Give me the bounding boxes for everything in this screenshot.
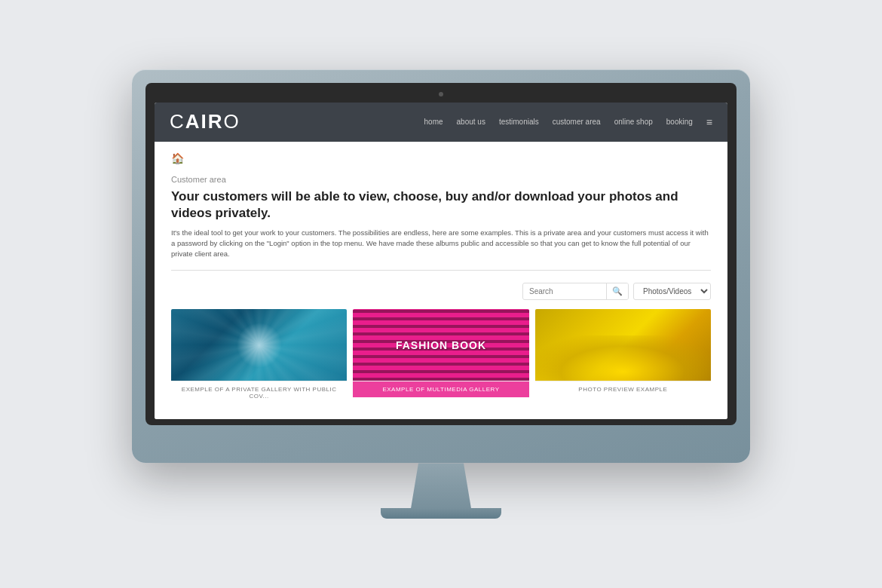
gallery-caption-2: EXAMPLE OF MULTIMEDIA GALLERY: [353, 381, 528, 397]
site-logo: CAIRO: [170, 110, 240, 133]
filter-select[interactable]: Photos/Videos Photos Videos: [633, 283, 711, 300]
site-navigation: CAIRO home about us testimonials custome…: [155, 103, 727, 142]
hamburger-menu-icon[interactable]: ≡: [706, 116, 712, 128]
section-label: Customer area: [171, 175, 711, 184]
gallery-card-2[interactable]: FASHION BOOK EXAMPLE OF MULTIMEDIA GALLE…: [353, 309, 528, 404]
nav-link-testimonials[interactable]: testimonials: [499, 118, 539, 126]
gallery-card-3[interactable]: PHOTO PREVIEW EXAMPLE: [535, 309, 711, 404]
content-divider: [171, 270, 711, 271]
monitor-screen-bezel: CAIRO home about us testimonials custome…: [145, 83, 737, 426]
camera-dot: [439, 92, 443, 96]
breadcrumb-home[interactable]: 🏠: [171, 152, 711, 164]
gallery-image-smoke: [535, 309, 711, 381]
fashion-book-label: FASHION BOOK: [396, 339, 486, 351]
site-content: 🏠 Customer area Your customers will be a…: [155, 142, 727, 420]
gallery-toolbar: 🔍 Photos/Videos Photos Videos: [171, 283, 711, 300]
nav-link-booking[interactable]: booking: [666, 118, 693, 126]
gallery-card-1[interactable]: EXEMPLE OF A PRIVATE GALLERY WITH PUBLIC…: [171, 309, 347, 404]
gallery-caption-1: EXEMPLE OF A PRIVATE GALLERY WITH PUBLIC…: [171, 381, 347, 404]
search-input[interactable]: [523, 284, 606, 299]
monitor-foot: [381, 508, 501, 519]
nav-link-home[interactable]: home: [424, 118, 443, 126]
section-title: Your customers will be able to view, cho…: [171, 188, 711, 222]
gallery-caption-3: PHOTO PREVIEW EXAMPLE: [535, 381, 711, 397]
monitor-stand: [403, 463, 479, 508]
search-box: 🔍: [522, 283, 629, 300]
nav-links: home about us testimonials customer area…: [424, 116, 712, 128]
nav-link-customer-area[interactable]: customer area: [553, 118, 601, 126]
nav-link-about[interactable]: about us: [457, 118, 485, 126]
gallery-grid: EXEMPLE OF A PRIVATE GALLERY WITH PUBLIC…: [171, 309, 711, 404]
monitor-wrapper: CAIRO home about us testimonials custome…: [132, 69, 750, 519]
gallery-image-architecture: [171, 309, 347, 381]
monitor-screen: CAIRO home about us testimonials custome…: [155, 103, 727, 420]
section-body: It's the ideal tool to get your work to …: [171, 228, 711, 260]
nav-link-online-shop[interactable]: online shop: [614, 118, 653, 126]
gallery-image-fashion: FASHION BOOK: [353, 309, 528, 381]
monitor-body: CAIRO home about us testimonials custome…: [132, 69, 750, 464]
search-button[interactable]: 🔍: [606, 283, 628, 299]
